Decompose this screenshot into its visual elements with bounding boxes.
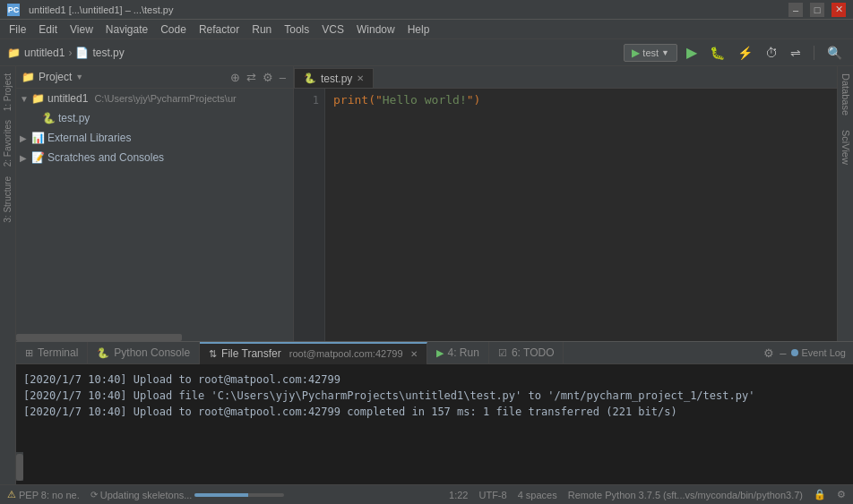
sidebar-title-text: Project <box>39 71 72 83</box>
progress-bar <box>194 493 284 497</box>
extlib-arrow-icon: ▶ <box>20 133 29 143</box>
add-sidebar-icon[interactable]: ⊕ <box>228 70 242 85</box>
menu-refactor[interactable]: Refactor <box>194 21 245 38</box>
tree-root-label: untitled1 <box>47 92 88 105</box>
tab-file-transfer[interactable]: ⇅ File Transfer root@matpool.com:42799 ✕ <box>200 342 426 364</box>
menu-tools[interactable]: Tools <box>279 21 314 38</box>
tab-terminal[interactable]: ⊞ Terminal <box>16 342 88 364</box>
menu-edit[interactable]: Edit <box>33 21 63 38</box>
log-line-3: [2020/1/7 10:40] Upload to root@matpool.… <box>16 404 853 420</box>
log-text-3: [2020/1/7 10:40] Upload to root@matpool.… <box>23 406 677 418</box>
editor-tab-bar: 🐍 test.py ✕ <box>294 66 837 89</box>
tab-python-console[interactable]: 🐍 Python Console <box>88 342 200 364</box>
tab-close-icon[interactable]: ✕ <box>357 73 364 83</box>
tree-item-scratches[interactable]: ▶ 📝 Scratches and Consoles <box>16 148 293 167</box>
collapse-sidebar-icon[interactable]: ⇄ <box>245 70 258 85</box>
code-area[interactable]: print("Hello world!") <box>326 89 837 112</box>
bottom-settings-icon[interactable]: ⚙ <box>763 346 774 360</box>
bottom-hide-icon[interactable]: – <box>780 346 786 360</box>
tree-item-testpy[interactable]: 🐍 test.py <box>16 108 293 128</box>
coverage-button[interactable]: ⚡ <box>734 44 756 62</box>
database-label[interactable]: Database <box>838 66 853 123</box>
code-quote: " <box>375 93 383 107</box>
spinner-icon: ⟳ <box>90 490 98 500</box>
maximize-button[interactable]: □ <box>810 3 824 17</box>
event-log-button[interactable]: Event Log <box>791 347 846 358</box>
hide-sidebar-icon[interactable]: – <box>278 70 288 85</box>
menu-view[interactable]: View <box>65 21 99 38</box>
file-icon: 📄 <box>75 47 89 59</box>
concurrency-button[interactable]: ⇌ <box>787 44 805 62</box>
settings-sidebar-icon[interactable]: ⚙ <box>261 70 275 85</box>
tree-root-path: C:\Users\yjy\PycharmProjects\ur <box>94 93 236 104</box>
progress-fill <box>194 493 248 497</box>
pep8-label: PEP 8: no ne. <box>19 490 80 500</box>
code-keyword: print <box>333 93 368 107</box>
project-breadcrumb: 📁 untitled1 › 📄 test.py <box>7 47 125 59</box>
run-config-label: test <box>642 47 659 58</box>
bottom-tab-bar: ⊞ Terminal 🐍 Python Console ⇅ File Trans… <box>16 342 853 364</box>
tree-item-root[interactable]: ▼ 📁 untitled1 C:\Users\yjy\PycharmProjec… <box>16 89 293 108</box>
encoding-label: UTF-8 <box>478 490 506 500</box>
sidebar-item-project[interactable]: 1: Project <box>1 70 14 115</box>
minimize-button[interactable]: – <box>788 3 803 17</box>
extlib-icon: 📊 <box>31 132 45 144</box>
content-area: 1: Project 2: Favorites 3: Structure 📁 P… <box>0 66 853 484</box>
editor-area: 🐍 test.py ✕ 1 print("Hello world!") <box>294 66 837 341</box>
tree-item-extlibs[interactable]: ▶ 📊 External Libraries <box>16 128 293 148</box>
run-button[interactable]: ▶ <box>683 42 701 63</box>
menu-navigate[interactable]: Navigate <box>100 21 153 38</box>
status-settings-icon: ⚙ <box>837 489 846 500</box>
todo-icon: ☑ <box>498 347 507 359</box>
bottom-panel: ⊞ Terminal 🐍 Python Console ⇅ File Trans… <box>16 341 853 484</box>
title-bar: PC untitled1 [...\untitled1] – ...\test.… <box>0 0 853 20</box>
editor-tab-testpy[interactable]: 🐍 test.py ✕ <box>294 68 374 88</box>
folder-small-icon: 📁 <box>22 71 35 83</box>
menu-window[interactable]: Window <box>351 21 401 38</box>
run-tab-icon: ▶ <box>436 347 444 359</box>
log-scrollbar-thumb <box>16 454 23 481</box>
tab-session-close-icon[interactable]: ✕ <box>410 349 418 359</box>
right-panel: Database SciView <box>837 66 853 341</box>
main-layout: PC untitled1 [...\untitled1] – ...\test.… <box>0 0 853 504</box>
bottom-content: [2020/1/7 10:40] Upload to root@matpool.… <box>16 364 853 484</box>
sciview-label[interactable]: SciView <box>838 123 853 172</box>
tab-todo[interactable]: ☑ 6: TODO <box>489 342 564 364</box>
python-version-label[interactable]: Remote Python 3.7.5 (sft...vs/myconda/bi… <box>568 490 803 500</box>
scratch-arrow-icon: ▶ <box>20 153 29 163</box>
run-config-button[interactable]: ▶ test ▼ <box>624 44 677 62</box>
menu-vcs[interactable]: VCS <box>316 21 349 38</box>
file-name: test.py <box>92 47 124 59</box>
tab-run[interactable]: ▶ 4: Run <box>427 342 489 364</box>
sidebar-title-label: 📁 Project ▼ <box>22 71 83 83</box>
menu-bar: File Edit View Navigate Code Refactor Ru… <box>0 20 853 39</box>
sidebar-item-structure[interactable]: 3: Structure <box>1 173 14 226</box>
code-paren-open: ( <box>368 93 375 107</box>
search-button[interactable]: 🔍 <box>823 44 846 62</box>
sidebar-panel: 📁 Project ▼ ⊕ ⇄ ⚙ – <box>16 66 294 341</box>
sidebar-scrollbar-thumb <box>16 334 182 341</box>
log-line-2: [2020/1/7 10:40] Upload file 'C:\Users\y… <box>16 388 853 404</box>
menu-code[interactable]: Code <box>155 21 192 38</box>
menu-help[interactable]: Help <box>402 21 435 38</box>
event-log-label: Event Log <box>801 347 846 358</box>
tab-file-icon: 🐍 <box>304 73 316 84</box>
lock-icon: 🔒 <box>814 489 826 500</box>
tab-run-label: 4: Run <box>448 346 479 359</box>
toolbar: 📁 untitled1 › 📄 test.py ▶ test ▼ ▶ 🐛 ⚡ ⏱… <box>0 39 853 66</box>
sidebar-item-favorites[interactable]: 2: Favorites <box>1 116 14 170</box>
menu-file[interactable]: File <box>4 21 31 38</box>
profile-button[interactable]: ⏱ <box>762 44 781 62</box>
sidebar-dropdown-icon[interactable]: ▼ <box>75 73 83 81</box>
tab-terminal-label: Terminal <box>38 346 78 359</box>
menu-run[interactable]: Run <box>246 21 277 38</box>
debug-button[interactable]: 🐛 <box>706 44 728 62</box>
title-bar-controls: – □ ✕ <box>788 3 846 17</box>
breadcrumb-sep: › <box>68 47 72 59</box>
position-label: 1:22 <box>449 490 468 500</box>
python-console-icon: 🐍 <box>97 347 109 359</box>
top-editor-zone: 📁 Project ▼ ⊕ ⇄ ⚙ – <box>16 66 853 341</box>
close-button[interactable]: ✕ <box>831 3 846 17</box>
tab-file-transfer-label: File Transfer <box>221 347 281 360</box>
editor-content[interactable]: 1 print("Hello world!") <box>294 89 837 341</box>
